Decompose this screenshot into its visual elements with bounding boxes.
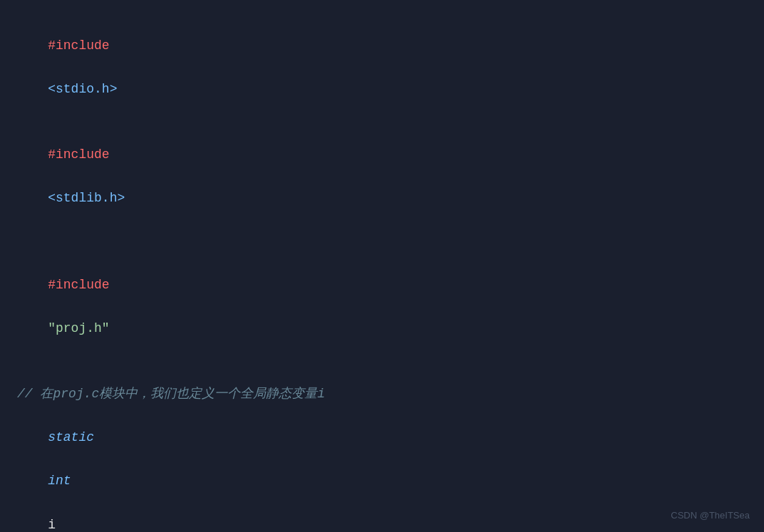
keyword-include2: #include	[48, 147, 109, 162]
code-editor: #include <stdio.h> #include <stdlib.h> #…	[0, 0, 764, 532]
line-include-stdio: #include <stdio.h>	[17, 13, 747, 122]
header-stdlib: <stdlib.h>	[48, 191, 125, 205]
var-i: i	[48, 518, 56, 532]
line-include-stdlib: #include <stdlib.h>	[17, 122, 747, 231]
line-include-proj: #include "proj.h"	[17, 253, 747, 362]
header-proj: "proj.h"	[48, 321, 109, 335]
watermark: CSDN @TheITSea	[671, 508, 750, 523]
empty-line-1	[17, 231, 747, 253]
line-comment1: // 在proj.c模块中，我们也定义一个全局静态变量i	[17, 383, 747, 405]
header-stdio: <stdio.h>	[48, 82, 117, 96]
kw-int: int	[48, 474, 71, 488]
keyword-include: #include	[48, 38, 109, 53]
line-static-int: static int i = 100 ;	[17, 405, 747, 532]
keyword-include3: #include	[48, 278, 109, 292]
kw-static: static	[48, 430, 94, 444]
empty-line-2	[17, 362, 747, 384]
